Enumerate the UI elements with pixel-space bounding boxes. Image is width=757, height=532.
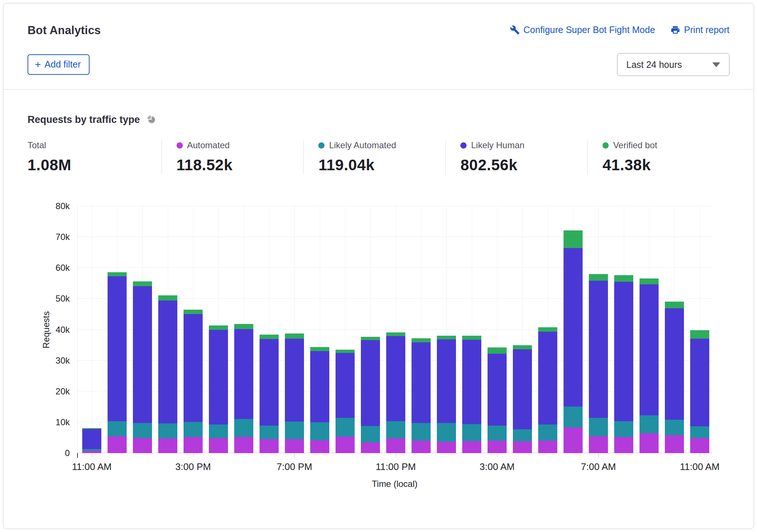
x-tick-mark <box>497 453 497 457</box>
stat-verified-bot: Verified bot 41.38k <box>587 140 729 174</box>
x-tick-label: 3:00 AM <box>479 461 514 473</box>
x-tick-mark <box>92 453 92 457</box>
v-gridline <box>92 206 92 453</box>
stat-automated-value: 118.52k <box>177 156 304 174</box>
bar-segment-verified-bot <box>564 230 583 248</box>
bar-segment-verified-bot <box>336 350 355 353</box>
stat-likely-automated-value: 119.04k <box>318 156 445 174</box>
bar-segment-likely-automated <box>690 426 709 438</box>
bar-segment-likely-human <box>640 284 659 416</box>
bar-segment-likely-human <box>614 282 633 421</box>
bar-segment-automated <box>82 451 101 453</box>
bar-segment-automated <box>462 441 481 453</box>
bar-segment-automated <box>564 427 583 453</box>
bar-segment-automated <box>690 438 709 453</box>
bar-segment-automated <box>108 436 127 453</box>
likely-human-legend-dot <box>460 142 467 149</box>
stat-likely-automated: Likely Automated 119.04k <box>303 140 445 174</box>
bar-segment-likely-automated <box>488 426 507 441</box>
stats-row: Total 1.08M Automated 118.52k Likely Aut… <box>28 140 729 174</box>
bar-segment-likely-automated <box>158 423 177 438</box>
bar-segment-likely-automated <box>665 420 684 435</box>
x-tick-mark <box>193 453 193 457</box>
bar-segment-likely-human <box>310 351 329 422</box>
bar-segment-likely-automated <box>133 423 152 438</box>
h-gridline <box>77 267 712 268</box>
time-range-value: Last 24 hours <box>626 59 682 70</box>
bar-segment-likely-human <box>386 336 405 421</box>
bar-segment-verified-bot <box>310 347 329 351</box>
bar-segment-verified-bot <box>640 278 659 284</box>
stat-automated-label: Automated <box>187 140 230 150</box>
automated-legend-dot <box>177 142 183 149</box>
stat-likely-human-label: Likely Human <box>471 140 524 150</box>
header: Bot Analytics Configure Super Bot Fight … <box>3 3 754 89</box>
bar-segment-verified-bot <box>412 338 431 342</box>
bar-segment-likely-automated <box>285 422 304 439</box>
print-report-link[interactable]: Print report <box>670 25 729 35</box>
bar-segment-likely-human <box>285 339 304 422</box>
bar-segment-likely-automated <box>564 407 583 427</box>
bar-segment-verified-bot <box>665 302 684 308</box>
bar-segment-likely-automated <box>310 422 329 440</box>
h-gridline <box>77 206 712 206</box>
print-link-label: Print report <box>684 25 729 35</box>
bar-segment-automated <box>285 439 304 453</box>
time-range-dropdown[interactable]: Last 24 hours <box>617 53 729 76</box>
bar-segment-likely-automated <box>462 424 481 441</box>
wrench-icon <box>510 25 520 35</box>
add-filter-button[interactable]: + Add filter <box>28 54 90 75</box>
y-tick-label: 80k <box>42 201 70 211</box>
x-tick-label: 7:00 AM <box>581 461 616 473</box>
x-tick-mark <box>598 453 599 457</box>
bar-segment-automated <box>640 433 659 453</box>
bar-segment-likely-human <box>234 329 253 419</box>
x-tick-mark <box>700 453 700 457</box>
x-tick-label: 7:00 PM <box>277 461 312 473</box>
bar-segment-likely-human <box>690 339 709 426</box>
bar-segment-verified-bot <box>386 332 405 336</box>
bar-segment-likely-automated <box>589 418 608 436</box>
stat-likely-human: Likely Human 802.56k <box>445 140 587 174</box>
bar-segment-likely-human <box>488 354 507 426</box>
stat-verified-bot-value: 41.38k <box>602 156 729 174</box>
bar-segment-verified-bot <box>133 281 152 286</box>
bar-segment-likely-automated <box>640 415 659 433</box>
chevron-down-icon <box>712 62 720 67</box>
bar-segment-verified-bot <box>184 310 203 314</box>
y-tick-label: 70k <box>42 232 70 242</box>
bar-segment-automated <box>209 438 228 453</box>
plus-icon: + <box>35 61 41 69</box>
bar-segment-likely-human <box>513 349 532 429</box>
stat-likely-human-value: 802.56k <box>460 156 587 174</box>
x-tick-label: 11:00 AM <box>680 461 720 473</box>
bar-segment-automated <box>513 441 532 453</box>
pie-chart-icon <box>146 114 157 125</box>
bar-segment-likely-human <box>108 276 127 421</box>
bar-segment-likely-automated <box>437 423 456 442</box>
y-tick-label: 40k <box>42 325 70 335</box>
bar-segment-automated <box>614 437 633 453</box>
bar-segment-likely-human <box>412 342 431 423</box>
bar-segment-verified-bot <box>690 330 709 339</box>
bar-segment-likely-human <box>260 339 279 426</box>
x-tick-label: 11:00 AM <box>72 461 112 473</box>
configure-super-bot-fight-mode-link[interactable]: Configure Super Bot Fight Mode <box>510 25 655 35</box>
bar-segment-likely-automated <box>386 421 405 439</box>
section-title: Requests by traffic type <box>28 114 140 125</box>
bar-segment-likely-human <box>665 308 684 420</box>
x-tick-label: 3:00 PM <box>175 461 211 473</box>
bar-segment-likely-automated <box>108 421 127 436</box>
y-axis-zero-tick <box>77 453 78 458</box>
bar-segment-likely-human <box>133 286 152 423</box>
bar-segment-automated <box>412 441 431 453</box>
x-axis-title: Time (local) <box>372 479 417 489</box>
bar-segment-verified-bot <box>158 295 177 300</box>
bar-segment-automated <box>158 438 177 453</box>
stat-total-label: Total <box>28 140 46 150</box>
bar-segment-automated <box>133 438 152 453</box>
bar-segment-automated <box>437 442 456 453</box>
y-axis-line <box>77 206 77 453</box>
bar-segment-automated <box>184 437 203 453</box>
bar-segment-likely-human <box>564 248 583 407</box>
